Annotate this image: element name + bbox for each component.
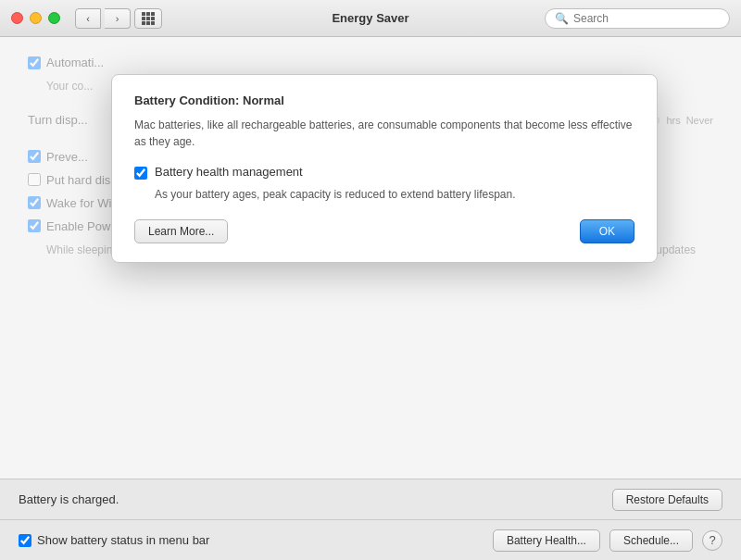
- popover-description: Mac batteries, like all rechargeable bat…: [134, 117, 634, 150]
- search-icon: 🔍: [555, 12, 569, 25]
- ok-button[interactable]: OK: [580, 219, 634, 243]
- auto-checkbox[interactable]: [28, 56, 41, 69]
- show-battery-label: Show battery status in menu bar: [19, 533, 209, 547]
- show-battery-checkbox[interactable]: [19, 534, 31, 547]
- show-battery-text: Show battery status in menu bar: [37, 533, 209, 547]
- slider-label: Turn disp...: [28, 113, 102, 127]
- titlebar: ‹ › Energy Saver 🔍: [0, 0, 741, 37]
- harddisk-checkbox[interactable]: [28, 173, 41, 186]
- wifi-checkbox[interactable]: [28, 196, 41, 209]
- auto-text: Automati...: [46, 56, 104, 69]
- slider-never: Never: [686, 115, 713, 126]
- search-box[interactable]: 🔍: [545, 8, 730, 29]
- grid-button[interactable]: [134, 8, 162, 29]
- close-button[interactable]: [11, 12, 23, 24]
- traffic-lights: [11, 12, 60, 24]
- health-mgmt-checkbox[interactable]: [134, 167, 147, 180]
- window-title: Energy Saver: [332, 11, 408, 25]
- prevent-text: Preve...: [46, 150, 88, 164]
- minimize-button[interactable]: [30, 12, 42, 24]
- learn-more-button[interactable]: Learn More...: [134, 219, 228, 243]
- help-button[interactable]: ?: [702, 530, 722, 551]
- powernap-checkbox[interactable]: [28, 219, 41, 232]
- back-button[interactable]: ‹: [75, 8, 101, 29]
- health-mgmt-label: Battery health management: [155, 165, 303, 179]
- main-content: Automati... Your co... Turn disp... hrs …: [0, 37, 741, 560]
- popover-actions: Learn More... OK: [134, 219, 634, 243]
- popover-title-prefix: Battery Condition:: [134, 93, 243, 107]
- slider-hrs: hrs: [666, 115, 680, 126]
- prevent-label: Preve...: [28, 150, 88, 164]
- search-input[interactable]: [573, 12, 720, 25]
- popover-title-value: Normal: [243, 93, 284, 107]
- auto-row: Automati...: [28, 56, 713, 69]
- maximize-button[interactable]: [48, 12, 60, 24]
- battery-status-text: Battery is charged.: [19, 492, 603, 506]
- battery-health-button[interactable]: Battery Health...: [493, 529, 600, 552]
- auto-label: Automati...: [28, 56, 104, 69]
- popover-title: Battery Condition: Normal: [134, 93, 634, 107]
- bottom-bar: Show battery status in menu bar Battery …: [0, 519, 741, 560]
- forward-button[interactable]: ›: [105, 8, 131, 29]
- battery-status-bar: Battery is charged. Restore Defaults: [0, 479, 741, 519]
- battery-popover: Battery Condition: Normal Mac batteries,…: [111, 74, 658, 263]
- nav-buttons: ‹ ›: [75, 8, 131, 29]
- health-mgmt-row: Battery health management: [134, 165, 634, 180]
- prevent-checkbox[interactable]: [28, 150, 41, 163]
- grid-icon: [142, 12, 155, 25]
- health-mgmt-desc: As your battery ages, peak capacity is r…: [155, 187, 634, 203]
- restore-defaults-button[interactable]: Restore Defaults: [612, 489, 722, 511]
- schedule-button[interactable]: Schedule...: [609, 529, 693, 552]
